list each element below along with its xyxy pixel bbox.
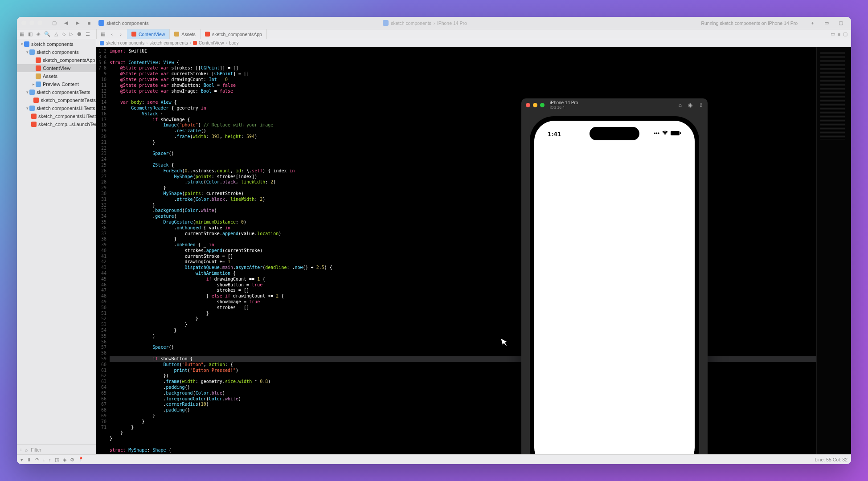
iphone-screen[interactable]: 1:41 ••• [534,121,695,454]
tree-label: sketch_comp...sLaunchTests [38,122,101,127]
pause-icon[interactable]: ⏸ [27,457,32,462]
tree-label: sketch components [37,49,79,55]
breadcrumb[interactable]: sketch components› sketch components› Co… [96,39,851,47]
swift-file-icon [31,122,37,127]
simulator-title: iPhone 14 Pro iOS 16.4 [550,101,578,109]
simulator-titlebar[interactable]: iPhone 14 Pro iOS 16.4 ⌂ ◉ ⇪ [521,98,708,112]
run-button-icon[interactable]: ▶ [73,20,82,27]
cellular-icon: ••• [654,130,659,137]
tree-folder[interactable]: ▾sketch componentsTests [17,88,96,96]
filter-placeholder: Filter [31,447,41,452]
step-in-icon[interactable]: ↓ [43,457,45,462]
tree-label: sketch componentsUITests [37,106,95,111]
editor-tabs: ContentView Assets sketch_componentsApp [127,29,267,39]
swift-file-icon [205,32,210,37]
add-editor-icon[interactable]: ▢ [843,31,848,37]
zoom-window-icon[interactable] [37,20,42,25]
simulator-actions: ⌂ ◉ ⇪ [679,102,703,108]
close-icon[interactable] [526,103,530,107]
symbol-icon[interactable]: ◈ [37,31,40,37]
source-control-icon[interactable]: ◧ [28,31,33,37]
stop-button-icon[interactable]: ■ [85,20,94,27]
home-icon[interactable]: ⌂ [679,102,682,108]
debug-icon[interactable]: ▷ [70,31,73,37]
tree-folder[interactable]: ▸Preview Content [17,80,96,88]
adjust-editor-icon[interactable]: ≡ [838,32,840,37]
tree-file[interactable]: sketch_componentsTests [17,96,96,104]
nav-back-icon[interactable]: ‹ [108,32,115,37]
nav-back-icon[interactable]: ◀ [61,20,70,27]
tab-assets[interactable]: Assets [170,29,201,39]
test-icon[interactable]: ◇ [62,31,66,37]
crumb-item[interactable]: ContentView [199,41,224,45]
minimize-window-icon[interactable] [29,20,34,25]
folder-icon[interactable]: ▦ [20,31,24,37]
add-icon[interactable]: ＋ [808,20,817,27]
window-traffic-lights[interactable] [21,20,42,25]
secondary-toolbar: ▦ ◧ ◈ 🔍 △ ◇ ▷ ⬣ ☰ ▦ ‹ › ContentView Asse… [17,29,851,39]
library-icon[interactable]: ▭ [822,20,831,27]
inspector-toggle-icon[interactable]: ▢ [836,20,845,27]
tab-label: Assets [181,32,196,37]
step-over-icon[interactable]: ↷ [35,457,39,462]
iphone-frame: 1:41 ••• [530,116,699,454]
sidebar-toggle-icon[interactable]: ▢ [50,20,59,27]
tree-file[interactable]: sketch_comp...sLaunchTests [17,120,96,128]
assets-icon [36,73,41,79]
screenshot-icon[interactable]: ◉ [688,102,692,108]
debug-bar[interactable]: ▾ ⏸ ↷ ↓ ↑ ◳ ◈ ⚙ 📍 [20,457,84,462]
editor-nav: ▦ ‹ › [96,29,127,39]
scheme-selector[interactable]: sketch components [98,20,149,26]
share-icon[interactable]: ⇪ [699,102,703,108]
step-out-icon[interactable]: ↑ [49,457,51,462]
crumb-item[interactable]: sketch components [106,41,144,45]
location-icon[interactable]: 📍 [78,457,84,462]
tree-label: sketch_componentsTests [41,98,96,103]
target-selector[interactable]: sketch components › iPhone 14 Pro [379,19,471,27]
code-content[interactable]: import SwiftUI struct ContentView: View … [110,47,816,454]
close-window-icon[interactable] [21,20,26,25]
memory-graph-icon[interactable]: ◈ [63,457,66,462]
tree-root[interactable]: ▾sketch components [17,40,96,48]
simulator-window[interactable]: iPhone 14 Pro iOS 16.4 ⌂ ◉ ⇪ [521,98,708,454]
tab-contentview[interactable]: ContentView [127,29,170,39]
tree-file[interactable]: Assets [17,72,96,80]
swift-file-icon [131,32,136,37]
svg-rect-0 [671,131,680,135]
tab-label: sketch_componentsApp [212,32,262,37]
swift-file-icon [36,65,41,71]
canvas-layout-icon[interactable]: ▭ [831,31,835,37]
minimize-icon[interactable] [533,103,537,107]
tree-label: ContentView [43,65,70,71]
code-editor[interactable]: 1 2 3 4 5 6 7 8 9 10 11 12 13 14 15 16 1… [96,47,851,454]
tree-file[interactable]: sketch_componentsApp [17,56,96,64]
simulator-traffic-lights[interactable] [526,103,545,107]
crumb-item[interactable]: sketch components [150,41,188,45]
tree-folder[interactable]: ▾sketch components [17,48,96,56]
nav-forward-icon[interactable]: › [117,32,124,37]
view-debug-icon[interactable]: ◳ [55,457,59,462]
navigator-filter[interactable]: + ⌕ Filter [17,444,96,454]
add-icon[interactable]: + [20,447,22,452]
tree-file-selected[interactable]: ContentView [17,64,96,72]
hide-debug-icon[interactable]: ▾ [20,457,23,462]
report-icon[interactable]: ☰ [86,31,90,37]
tab-app[interactable]: sketch_componentsApp [201,29,267,39]
zoom-icon[interactable] [540,103,545,107]
wifi-icon [662,130,668,137]
breakpoint-icon[interactable]: ⬣ [77,31,82,37]
issue-icon[interactable]: △ [54,31,58,37]
project-icon [24,41,29,47]
find-icon[interactable]: 🔍 [44,31,50,37]
folder-icon [29,49,35,55]
tree-file[interactable]: sketch_componentsUITests [17,112,96,120]
file-tree[interactable]: ▾sketch components ▾sketch components sk… [17,39,96,444]
tree-folder[interactable]: ▾sketch componentsUITests [17,104,96,112]
assets-icon [174,32,179,37]
crumb-item[interactable]: body [229,41,239,45]
related-items-icon[interactable]: ▦ [99,31,106,37]
editor-options[interactable]: ▭ ≡ ▢ [827,29,851,39]
minimap[interactable] [816,47,851,454]
environment-icon[interactable]: ⚙ [70,457,74,462]
navigator-tabs[interactable]: ▦ ◧ ◈ 🔍 △ ◇ ▷ ⬣ ☰ [17,29,96,39]
